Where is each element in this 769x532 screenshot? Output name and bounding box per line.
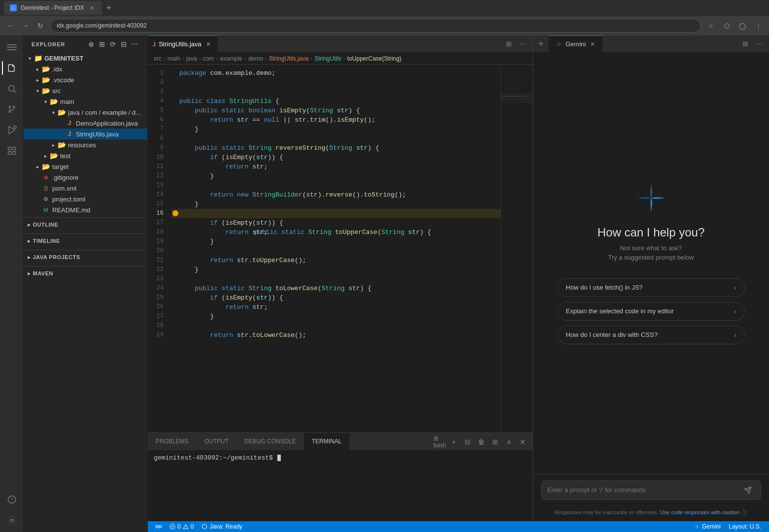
tab-debug-console[interactable]: DEBUG CONSOLE xyxy=(236,433,304,450)
activity-menu[interactable] xyxy=(2,37,22,57)
new-tab-button[interactable]: + xyxy=(102,1,116,15)
more-actions-icon[interactable]: ⋯ xyxy=(517,38,529,50)
status-gemini[interactable]: Gemini xyxy=(690,521,725,532)
tree-item-target[interactable]: ▸ 📂 target xyxy=(24,161,147,172)
tree-item-pom-xml[interactable]: ▸ ⟨⟩ pom.xml xyxy=(24,183,147,194)
new-file-icon[interactable]: ⊕ xyxy=(86,39,96,49)
folder-icon: 📂 xyxy=(57,140,66,149)
split-terminal-button[interactable]: ⊟ xyxy=(462,436,473,448)
status-bar: 0 0 Java: Ready xyxy=(148,521,769,532)
suggestion-explain[interactable]: Explain the selected code in my editor › xyxy=(558,302,745,321)
gemini-more-icon[interactable]: ⋯ xyxy=(753,38,765,50)
breadcrumb-main[interactable]: main xyxy=(167,55,180,62)
outline-section-header[interactable]: ▸ OUTLINE xyxy=(24,218,147,232)
activity-explorer[interactable] xyxy=(2,58,22,78)
breadcrumb-file[interactable]: StringUtils.java xyxy=(269,55,308,62)
tab-close-button[interactable]: ✕ xyxy=(88,4,96,12)
extensions-button[interactable]: ⬡ xyxy=(720,19,734,33)
tree-item-readme[interactable]: ▸ M README.md xyxy=(24,204,147,215)
timeline-label: TIMELINE xyxy=(33,238,60,244)
chevron-right-icon: ▸ xyxy=(28,238,31,244)
gemini-tab-icon xyxy=(555,40,563,48)
java-projects-section-header[interactable]: ▸ JAVA PROJECTS xyxy=(24,250,147,264)
tab-problems[interactable]: PROBLEMS xyxy=(148,433,197,450)
tab-terminal[interactable]: TERMINAL xyxy=(304,433,350,450)
gemini-prompt-input[interactable] xyxy=(547,486,741,494)
tree-item-project-toml[interactable]: ▸ ⚙ project.toml xyxy=(24,194,147,204)
suggestion-fetch[interactable]: How do I use fetch() in JS? › xyxy=(558,278,745,297)
activity-run-debug[interactable] xyxy=(2,120,22,140)
editor-tab-close-button[interactable]: ✕ xyxy=(204,40,212,48)
activity-extensions[interactable] xyxy=(2,141,22,161)
activity-source-control[interactable] xyxy=(2,100,22,119)
split-editor-icon[interactable]: ⊞ xyxy=(503,38,515,50)
breadcrumb-class[interactable]: StringUtils xyxy=(314,55,341,62)
status-layout[interactable]: Layout: U.S. xyxy=(725,521,765,532)
kill-terminal-button[interactable]: 🗑 xyxy=(475,436,487,448)
gemini-tab-close-button[interactable]: ✕ xyxy=(589,40,597,48)
gemini-tab-active[interactable]: Gemini ✕ xyxy=(549,35,602,52)
gemini-tabs: + Gemini ✕ xyxy=(533,35,769,53)
browser-tab-active[interactable]: I Geminitest - Project IDX ✕ xyxy=(4,1,102,15)
breadcrumb-example[interactable]: example xyxy=(220,55,242,62)
folder-icon: 📂 xyxy=(41,162,50,171)
code-line-23 xyxy=(171,274,501,284)
gemini-input-box[interactable] xyxy=(541,480,761,500)
gemini-send-button[interactable] xyxy=(741,483,755,497)
back-button[interactable]: ← xyxy=(4,19,18,33)
new-folder-icon[interactable]: ⊞ xyxy=(97,39,107,49)
gemini-status-label: Gemini xyxy=(702,523,721,530)
file-tree: ▾ 📁 GEMINITEST ▸ 📂 .idx ▸ 📂 .vscode ▾ 📂 … xyxy=(24,53,147,532)
tree-item-src[interactable]: ▾ 📂 src xyxy=(24,85,147,96)
sidebar: EXPLORER ⊕ ⊞ ⟳ ⊟ ⋯ ▾ 📁 GEMINITEST ▸ 📂 .i… xyxy=(24,35,148,532)
browser-nav-buttons: ← → ↻ xyxy=(4,19,47,33)
collapse-all-icon[interactable]: ⊟ xyxy=(119,39,129,49)
star-button[interactable]: ☆ xyxy=(704,19,718,33)
gemini-new-tab-button[interactable]: + xyxy=(533,35,549,53)
tree-item-main[interactable]: ▾ 📂 main xyxy=(24,96,147,107)
status-java-ready[interactable]: Java: Ready xyxy=(198,521,246,532)
tree-item-java-path[interactable]: ▾ 📂 java / com / example / demo xyxy=(24,107,147,118)
tree-item-vscode[interactable]: ▸ 📂 .vscode xyxy=(24,74,147,85)
extensions-icon xyxy=(7,146,17,156)
tree-item-resources[interactable]: ▸ 📂 resources xyxy=(24,139,147,150)
svg-point-10 xyxy=(14,126,16,129)
address-bar[interactable]: idx.google.com/geminitest-403092 xyxy=(50,19,701,33)
breadcrumb-com[interactable]: com xyxy=(203,55,214,62)
close-terminal-button[interactable]: ✕ xyxy=(517,436,529,448)
activity-settings[interactable] xyxy=(2,510,22,530)
gemini-layout-icon[interactable]: ⊞ xyxy=(739,38,751,50)
tree-item-string-utils[interactable]: ▸ J StringUtils.java xyxy=(24,129,147,139)
tree-item-gitignore[interactable]: ▸ ⊗ .gitignore xyxy=(24,172,147,183)
minimize-terminal-button[interactable]: ∧ xyxy=(503,436,515,448)
terminal-body[interactable]: geminitest-403092:~/geminitest$ xyxy=(148,450,533,521)
code-area[interactable]: package com.example.demo; public class S… xyxy=(171,65,501,432)
profile-button[interactable]: ◯ xyxy=(736,19,749,33)
editor-tab-string-utils[interactable]: J StringUtils.java ✕ xyxy=(148,35,218,52)
breadcrumb-java[interactable]: java xyxy=(186,55,197,62)
breadcrumb-method[interactable]: toUpperCase(String) xyxy=(347,55,401,62)
tree-root-geminitest[interactable]: ▾ 📁 GEMINITEST xyxy=(24,53,147,64)
disclaimer-link[interactable]: Use code responses with caution xyxy=(660,509,739,515)
activity-alerts[interactable] xyxy=(2,490,22,509)
activity-search[interactable] xyxy=(2,79,22,99)
suggestion-center[interactable]: How do I center a div with CSS? › xyxy=(558,326,745,344)
more-actions-icon[interactable]: ⋯ xyxy=(130,39,139,49)
tree-item-test[interactable]: ▸ 📂 test xyxy=(24,150,147,161)
tree-item-demo-application[interactable]: ▸ J DemoApplication.java xyxy=(24,118,147,129)
breadcrumb-demo[interactable]: demo xyxy=(248,55,263,62)
tree-item-idx[interactable]: ▸ 📂 .idx xyxy=(24,64,147,74)
status-errors[interactable]: 0 0 xyxy=(166,521,198,532)
breadcrumb-src[interactable]: src xyxy=(154,55,162,62)
menu-button[interactable]: ⋮ xyxy=(751,19,765,33)
forward-button[interactable]: → xyxy=(19,19,33,33)
refresh-icon[interactable]: ⟳ xyxy=(108,39,118,49)
status-remote[interactable] xyxy=(152,521,166,532)
maximize-terminal-button[interactable]: ⊞ xyxy=(489,436,501,448)
activity-bar xyxy=(0,35,24,532)
reload-button[interactable]: ↻ xyxy=(33,19,47,33)
add-terminal-button[interactable]: + xyxy=(448,436,460,448)
tab-output[interactable]: OUTPUT xyxy=(197,433,236,450)
timeline-section-header[interactable]: ▸ TIMELINE xyxy=(24,234,147,248)
maven-section-header[interactable]: ▸ MAVEN xyxy=(24,266,147,280)
